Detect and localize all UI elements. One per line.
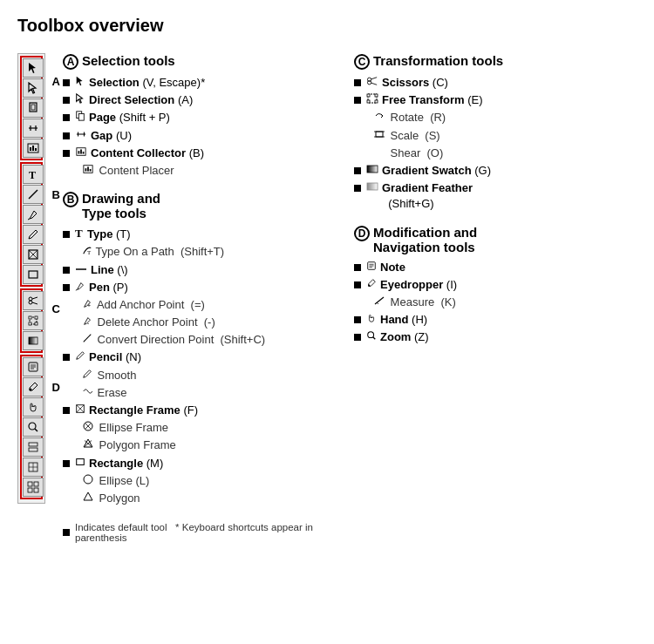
- list-item: Page (Shift + P): [63, 110, 345, 125]
- svg-text:-: -: [87, 320, 89, 326]
- group-d-label: D: [52, 381, 60, 394]
- svg-rect-36: [29, 448, 37, 451]
- tool-group-b: T: [20, 162, 43, 287]
- svg-rect-2: [30, 103, 37, 112]
- list-item: - Delete Anchor Point (-): [63, 315, 345, 330]
- page-tool[interactable]: [23, 98, 44, 118]
- svg-marker-76: [84, 492, 92, 500]
- list-item: Polygon Frame: [63, 437, 345, 453]
- content-collector-tool[interactable]: [23, 139, 44, 158]
- gradient-tool[interactable]: [23, 331, 44, 350]
- svg-rect-86: [376, 132, 383, 137]
- list-item: Pen (P): [63, 280, 345, 295]
- zoom-tool[interactable]: [23, 417, 44, 437]
- list-item: Gradient Swatch (G): [354, 163, 637, 179]
- pen-tool[interactable]: [23, 205, 44, 224]
- selection-tool[interactable]: [23, 58, 44, 78]
- grid2-tool[interactable]: [23, 478, 44, 497]
- section-c-badge: C: [354, 54, 370, 70]
- gap-tool[interactable]: [23, 119, 44, 138]
- footer-note: Indicates default tool * Keyboard shortc…: [63, 519, 345, 543]
- svg-rect-35: [29, 443, 37, 446]
- svg-point-96: [368, 284, 370, 286]
- svg-rect-85: [375, 100, 378, 103]
- rect-frame-tool[interactable]: [23, 245, 44, 264]
- line-tool[interactable]: [23, 185, 44, 204]
- svg-rect-53: [80, 149, 82, 153]
- note-tool[interactable]: [23, 357, 44, 376]
- type-tool[interactable]: T: [23, 165, 44, 184]
- svg-rect-40: [28, 482, 32, 486]
- list-item: Line (\): [63, 262, 345, 278]
- svg-rect-82: [367, 94, 370, 97]
- eyedropper-tool[interactable]: [23, 377, 44, 397]
- svg-rect-56: [85, 168, 87, 171]
- hand-tool[interactable]: [23, 397, 44, 417]
- svg-marker-0: [29, 63, 36, 73]
- section-b-title: B Drawing andType tools: [63, 191, 345, 220]
- svg-point-19: [29, 301, 32, 304]
- section-d-heading: Modification andNavigation tools: [373, 225, 477, 254]
- list-item: Rectangle Frame (F): [63, 403, 345, 418]
- list-item: Rectangle (M): [63, 456, 345, 471]
- svg-rect-10: [35, 148, 37, 151]
- svg-rect-74: [77, 458, 85, 464]
- grid1-tool[interactable]: [23, 458, 44, 477]
- svg-rect-25: [29, 322, 31, 325]
- svg-rect-84: [367, 100, 370, 103]
- direct-selection-tool[interactable]: [23, 78, 44, 98]
- list-item: Convert Direction Point (Shift+C): [63, 332, 345, 348]
- page-title: Toolbox overview: [0, 0, 654, 44]
- svg-line-34: [35, 429, 37, 431]
- section-c-title: C Transformation tools: [354, 53, 637, 70]
- list-item: Eyedropper (I): [354, 277, 637, 293]
- section-a-title: A Selection tools: [63, 53, 345, 70]
- svg-rect-42: [28, 488, 32, 492]
- section-b-list: T Type (T) T Type On a Path (Shift+T) Li…: [63, 226, 345, 506]
- svg-rect-83: [375, 94, 378, 97]
- svg-point-32: [30, 389, 32, 391]
- section-c-list: Scissors (C) Free Transform (E) Rotate (…: [354, 75, 637, 213]
- list-item: Ellipse (L): [63, 473, 345, 489]
- svg-marker-1: [29, 83, 36, 93]
- svg-line-79: [371, 78, 377, 79]
- list-item: Content Collector (B): [63, 146, 345, 161]
- list-item: Note: [354, 260, 637, 275]
- svg-rect-3: [31, 105, 35, 110]
- tool-group-a: A: [20, 56, 43, 160]
- rectangle-tool[interactable]: [23, 265, 44, 284]
- list-item: Selection (V, Escape)*: [63, 75, 345, 91]
- section-b-heading: Drawing andType tools: [82, 191, 160, 220]
- svg-line-100: [373, 337, 376, 340]
- scissors-tool[interactable]: [23, 291, 44, 310]
- list-item: T Type On a Path (Shift+T): [63, 244, 345, 260]
- group-a-label: A: [52, 75, 60, 88]
- section-d-list: Note Eyedropper (I) Measure (K) Hand (H): [354, 260, 637, 346]
- list-item: Gradient Feather (Shift+G): [354, 180, 637, 212]
- group-b-label: B: [52, 188, 60, 201]
- svg-rect-43: [34, 488, 38, 492]
- list-item: Hand (H): [354, 312, 637, 328]
- list-item: Erase: [63, 385, 345, 401]
- svg-rect-17: [29, 271, 37, 278]
- svg-line-62: [76, 289, 78, 290]
- list-item: Polygon: [63, 491, 345, 506]
- list-item: Rotate (R): [354, 110, 637, 125]
- section-a-heading: Selection tools: [82, 53, 175, 68]
- pencil-tool[interactable]: [23, 225, 44, 244]
- svg-text:+: +: [87, 302, 91, 308]
- tool-group-c: C: [20, 288, 43, 353]
- list-item: Free Transform (E): [354, 92, 637, 108]
- group-c-label: C: [52, 302, 60, 315]
- layers-tool[interactable]: [23, 437, 44, 457]
- svg-text:T: T: [87, 249, 92, 255]
- section-c-heading: Transformation tools: [373, 53, 503, 68]
- svg-line-20: [32, 297, 37, 299]
- list-item: Scissors (C): [354, 75, 637, 91]
- list-item: Zoom (Z): [354, 329, 637, 345]
- list-item: Scale (S): [354, 128, 637, 144]
- tool-group-d: D: [20, 355, 43, 499]
- free-transform-tool[interactable]: [23, 311, 44, 330]
- list-item: Shear (O): [354, 146, 637, 161]
- section-a-badge: A: [63, 54, 78, 70]
